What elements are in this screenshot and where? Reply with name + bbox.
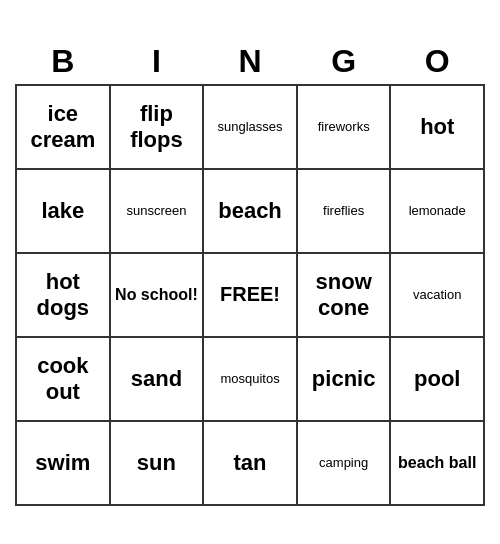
bingo-cell: lemonade bbox=[390, 169, 484, 253]
bingo-cell: vacation bbox=[390, 253, 484, 337]
bingo-cell: picnic bbox=[297, 337, 391, 421]
table-row: ice creamflip flopssunglassesfireworksho… bbox=[16, 85, 484, 169]
bingo-cell: ice cream bbox=[16, 85, 110, 169]
table-row: hot dogsNo school!FREE!snow conevacation bbox=[16, 253, 484, 337]
bingo-cell: sunscreen bbox=[110, 169, 204, 253]
bingo-cell: flip flops bbox=[110, 85, 204, 169]
bingo-header-letter: O bbox=[390, 39, 484, 85]
bingo-cell: mosquitos bbox=[203, 337, 297, 421]
bingo-cell: FREE! bbox=[203, 253, 297, 337]
bingo-cell: snow cone bbox=[297, 253, 391, 337]
bingo-header-letter: N bbox=[203, 39, 297, 85]
bingo-cell: hot dogs bbox=[16, 253, 110, 337]
bingo-cell: swim bbox=[16, 421, 110, 505]
bingo-cell: fireflies bbox=[297, 169, 391, 253]
bingo-cell: hot bbox=[390, 85, 484, 169]
bingo-cell: lake bbox=[16, 169, 110, 253]
bingo-cell: tan bbox=[203, 421, 297, 505]
bingo-cell: cook out bbox=[16, 337, 110, 421]
bingo-header-letter: B bbox=[16, 39, 110, 85]
bingo-header-letter: I bbox=[110, 39, 204, 85]
bingo-header-letter: G bbox=[297, 39, 391, 85]
bingo-cell: No school! bbox=[110, 253, 204, 337]
bingo-card: BINGO ice creamflip flopssunglassesfirew… bbox=[15, 39, 485, 506]
bingo-cell: sand bbox=[110, 337, 204, 421]
table-row: swimsuntancampingbeach ball bbox=[16, 421, 484, 505]
bingo-cell: pool bbox=[390, 337, 484, 421]
table-row: lakesunscreenbeachfireflieslemonade bbox=[16, 169, 484, 253]
bingo-cell: sun bbox=[110, 421, 204, 505]
bingo-cell: beach ball bbox=[390, 421, 484, 505]
bingo-cell: beach bbox=[203, 169, 297, 253]
table-row: cook outsandmosquitospicnicpool bbox=[16, 337, 484, 421]
bingo-cell: sunglasses bbox=[203, 85, 297, 169]
bingo-cell: camping bbox=[297, 421, 391, 505]
bingo-cell: fireworks bbox=[297, 85, 391, 169]
